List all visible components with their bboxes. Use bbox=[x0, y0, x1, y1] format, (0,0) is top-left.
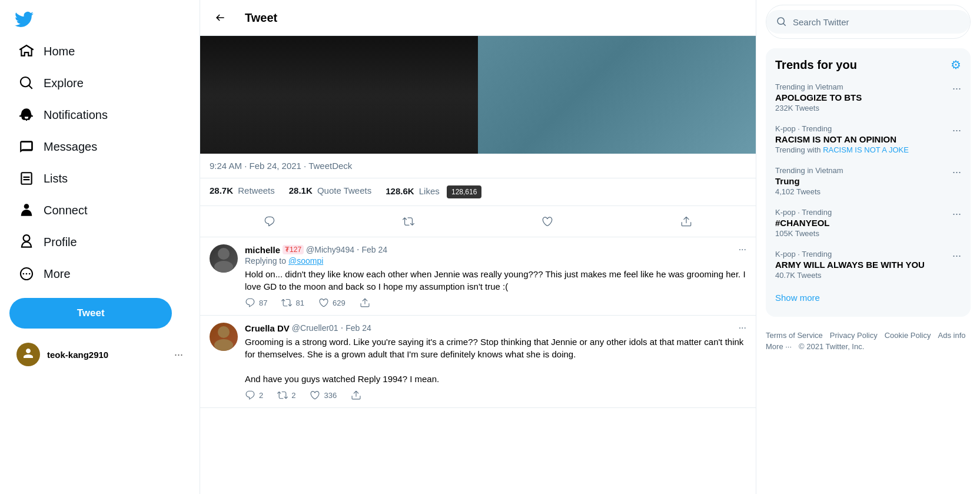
trend-more-button[interactable]: ··· bbox=[952, 166, 961, 178]
sidebar-item-notifications-label: Notifications bbox=[44, 108, 108, 122]
retweet-count: 2 bbox=[291, 391, 295, 400]
show-more-button[interactable]: Show more bbox=[766, 286, 971, 310]
likes-stat[interactable]: 128.6K Likes 128,616 bbox=[386, 185, 481, 198]
trend-item[interactable]: K-pop · Trending #CHANYEOL 105K Tweets ·… bbox=[766, 202, 971, 244]
trends-title: Trends for you bbox=[775, 58, 857, 72]
reply-like-button[interactable]: 336 bbox=[310, 390, 337, 400]
reply-like-button[interactable]: 629 bbox=[318, 297, 346, 308]
reply-handle: @Crueller01 bbox=[292, 323, 338, 333]
search-inner bbox=[766, 10, 970, 34]
reply-body: michelle ₮127 @Michy9494 · Feb 24 ··· Re… bbox=[245, 244, 746, 308]
sidebar-item-explore-label: Explore bbox=[44, 77, 84, 90]
sidebar-item-lists[interactable]: Lists bbox=[9, 164, 190, 193]
trend-more-button[interactable]: ··· bbox=[952, 250, 961, 262]
sidebar-user-more[interactable]: ··· bbox=[174, 349, 183, 361]
trend-more-button[interactable]: ··· bbox=[952, 208, 961, 220]
reply-reply-button[interactable]: 87 bbox=[245, 297, 267, 308]
reply-item: michelle ₮127 @Michy9494 · Feb 24 ··· Re… bbox=[200, 237, 756, 316]
explore-icon bbox=[19, 75, 34, 91]
footer-ads-info[interactable]: Ads info bbox=[938, 331, 966, 340]
reply-share-button[interactable] bbox=[360, 297, 370, 308]
trend-sub: 4,102 Tweets bbox=[775, 187, 948, 196]
tweet-button[interactable]: Tweet bbox=[9, 298, 172, 329]
trend-body: Trending in Vietnam APOLOGIZE TO BTS 232… bbox=[775, 82, 948, 112]
trend-item[interactable]: Trending in Vietnam Trung 4,102 Tweets ·… bbox=[766, 160, 971, 202]
replying-to-handle[interactable]: @soompi bbox=[288, 256, 323, 266]
sidebar-username: teok-kang2910 bbox=[47, 350, 108, 360]
search-bar bbox=[766, 5, 971, 39]
twitter-logo[interactable] bbox=[9, 5, 39, 34]
sidebar-item-notifications[interactable]: Notifications bbox=[9, 100, 190, 130]
sidebar: Home Explore Notifications Messages List… bbox=[0, 0, 200, 494]
footer-privacy[interactable]: Privacy Policy bbox=[830, 331, 878, 340]
sidebar-item-home[interactable]: Home bbox=[9, 37, 190, 66]
reply-badge: ₮127 bbox=[283, 245, 304, 254]
reply-handle: @Michy9494 bbox=[306, 245, 354, 254]
like-count: 629 bbox=[333, 299, 346, 307]
reply-item: Cruella DV @Crueller01 · Feb 24 ··· Groo… bbox=[200, 316, 756, 408]
reply-header: Cruella DV @Crueller01 · Feb 24 ··· bbox=[245, 323, 746, 333]
sidebar-item-profile-label: Profile bbox=[44, 236, 77, 249]
reply-retweet-button[interactable]: 81 bbox=[281, 297, 304, 308]
retweet-action-button[interactable] bbox=[396, 208, 421, 234]
sidebar-item-connect[interactable]: Connect bbox=[9, 195, 190, 225]
trend-more-button[interactable]: ··· bbox=[952, 82, 961, 95]
footer-terms[interactable]: Terms of Service bbox=[766, 331, 823, 340]
lists-icon bbox=[19, 171, 34, 186]
reply-date: Feb 24 bbox=[361, 245, 387, 254]
search-input[interactable] bbox=[793, 17, 960, 27]
trend-context: K-pop · Trending bbox=[775, 250, 948, 258]
svg-point-2 bbox=[218, 326, 230, 338]
reply-share-button[interactable] bbox=[351, 390, 361, 400]
quote-tweets-stat[interactable]: 28.1K Quote Tweets bbox=[289, 185, 371, 198]
avatar bbox=[16, 343, 40, 366]
retweets-stat[interactable]: 28.7K Retweets bbox=[210, 185, 275, 198]
sidebar-item-explore[interactable]: Explore bbox=[9, 68, 190, 98]
trend-item[interactable]: Trending in Vietnam APOLOGIZE TO BTS 232… bbox=[766, 77, 971, 118]
trend-name: #CHANYEOL bbox=[775, 218, 948, 228]
sidebar-item-more[interactable]: More bbox=[9, 259, 190, 289]
reply-reply-button[interactable]: 2 bbox=[245, 390, 263, 400]
reply-retweet-button[interactable]: 2 bbox=[277, 390, 295, 400]
trend-related-link[interactable]: RACISM IS NOT A JOKE bbox=[823, 145, 909, 154]
trend-body: K-pop · Trending ARMY WILL ALWAYS BE WIT… bbox=[775, 250, 948, 280]
reply-action-button[interactable] bbox=[257, 208, 283, 234]
reply-more-button[interactable]: ··· bbox=[739, 244, 746, 255]
reply-more-button[interactable]: ··· bbox=[739, 323, 746, 333]
sidebar-item-messages[interactable]: Messages bbox=[9, 132, 190, 161]
share-action-button[interactable] bbox=[673, 208, 699, 234]
reply-name: Cruella DV bbox=[245, 323, 290, 333]
likes-label: Likes bbox=[419, 186, 440, 196]
trend-item[interactable]: K-pop · Trending ARMY WILL ALWAYS BE WIT… bbox=[766, 244, 971, 286]
reply-dot: · bbox=[357, 244, 359, 255]
tweet-stats: 28.7K Retweets 28.1K Quote Tweets 128.6K… bbox=[200, 178, 756, 206]
trend-body: Trending in Vietnam Trung 4,102 Tweets bbox=[775, 166, 948, 196]
right-sidebar: Trends for you ⚙ Trending in Vietnam APO… bbox=[756, 0, 980, 494]
more-icon bbox=[19, 266, 34, 281]
footer-more[interactable]: More ··· bbox=[766, 342, 792, 351]
trend-context: Trending in Vietnam bbox=[775, 82, 948, 91]
sidebar-item-profile[interactable]: Profile bbox=[9, 227, 190, 257]
reply-dot: · bbox=[341, 323, 343, 333]
like-action-button[interactable] bbox=[534, 208, 560, 234]
reply-count: 87 bbox=[259, 299, 267, 307]
trend-item[interactable]: K-pop · Trending RACISM IS NOT AN OPINIO… bbox=[766, 118, 971, 160]
sidebar-item-messages-label: Messages bbox=[44, 140, 97, 154]
likes-count: 128.6K bbox=[386, 186, 414, 196]
search-icon bbox=[776, 16, 787, 27]
connect-icon bbox=[19, 203, 34, 218]
back-button[interactable] bbox=[210, 7, 231, 28]
trend-sub: 105K Tweets bbox=[775, 229, 948, 238]
trends-settings-icon[interactable]: ⚙ bbox=[951, 58, 961, 72]
replying-to: Replying to @soompi bbox=[245, 256, 746, 266]
footer-links: Terms of Service Privacy Policy Cookie P… bbox=[766, 326, 971, 356]
retweets-count: 28.7K bbox=[210, 185, 233, 195]
footer-cookie[interactable]: Cookie Policy bbox=[885, 331, 931, 340]
tweet-title: Tweet bbox=[245, 11, 277, 25]
svg-point-0 bbox=[218, 248, 230, 260]
reply-text: Grooming is a strong word. Like you're s… bbox=[245, 336, 746, 385]
sidebar-user-profile[interactable]: teok-kang2910 ··· bbox=[9, 338, 190, 371]
tweet-time-text: 9:24 AM · Feb 24, 2021 · TweetDeck bbox=[210, 161, 352, 171]
reply-text: Hold on... didn't they like know each ot… bbox=[245, 268, 746, 293]
trend-more-button[interactable]: ··· bbox=[952, 124, 961, 137]
